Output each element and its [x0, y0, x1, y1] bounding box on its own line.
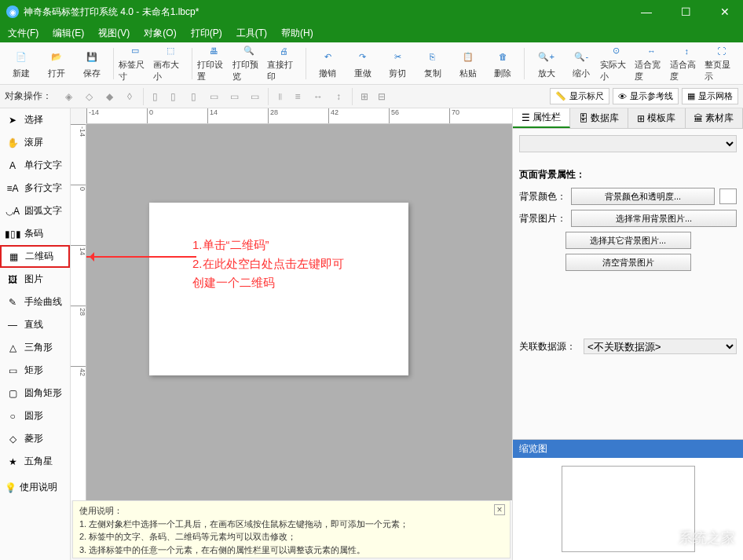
datasource-select[interactable]: <不关联数据源>: [584, 339, 737, 354]
copy-icon: ⎘: [423, 47, 442, 66]
align-right-icon[interactable]: ▯: [184, 88, 203, 105]
menu-item[interactable]: 帮助(H): [281, 27, 313, 40]
bgcolor-swatch[interactable]: [719, 188, 737, 204]
dist-v-icon[interactable]: ≡: [288, 88, 307, 105]
menu-item[interactable]: 文件(F): [8, 27, 38, 40]
layer3-icon[interactable]: ◆: [100, 88, 119, 105]
bgimg-clear-button[interactable]: 清空背景图片: [565, 254, 691, 271]
tab-0[interactable]: ☰属性栏: [513, 108, 570, 128]
textA-icon: A: [5, 159, 20, 173]
menu-item[interactable]: 工具(T): [236, 27, 267, 40]
fitpage-button[interactable]: ⛶整页显示: [705, 45, 738, 82]
properties-body: 页面背景属性： 背景颜色： 背景颜色和透明度... 背景图片： 选择常用背景图片…: [513, 129, 743, 439]
toggle-guide[interactable]: 👁显示参考线: [613, 88, 679, 104]
align-center-icon[interactable]: ▯: [163, 88, 182, 105]
props-section-title: 页面背景属性：: [519, 168, 737, 181]
object-tool-qr[interactable]: ▦二维码: [0, 245, 70, 268]
fitw-button[interactable]: ↔适合宽度: [635, 45, 668, 82]
hand-icon: ✋: [5, 136, 20, 150]
copy-button[interactable]: ⎘复制: [416, 45, 450, 82]
tab-icon: ☰: [522, 112, 530, 123]
tab-3[interactable]: 🏛素材库: [686, 108, 743, 128]
labelsize-button[interactable]: ▭标签尺寸: [119, 45, 152, 82]
print-button[interactable]: 🖨直接打印: [267, 45, 301, 82]
element-selector[interactable]: [519, 135, 737, 152]
zoomout-button[interactable]: 🔍-缩小: [565, 45, 598, 82]
object-tool-roundrect[interactable]: ▢圆角矩形: [0, 382, 70, 404]
paste-button[interactable]: 📋粘贴: [451, 45, 485, 82]
new-button[interactable]: 📄新建: [5, 45, 38, 82]
undo-icon: ↶: [318, 47, 337, 66]
cut-button[interactable]: ✂剪切: [381, 45, 415, 82]
menu-item[interactable]: 对象(O): [144, 27, 176, 40]
redo-icon: ↷: [353, 47, 372, 66]
pen-icon: ✎: [5, 295, 20, 309]
object-tool-hand[interactable]: ✋滚屏: [0, 131, 70, 154]
object-tool-textMulti[interactable]: ≡A多行文字: [0, 177, 70, 199]
canvassize-button[interactable]: ⬚画布大小: [153, 45, 187, 82]
align-middle-icon[interactable]: ▭: [225, 88, 243, 105]
maximize-button[interactable]: ☐: [674, 5, 697, 18]
same-width-icon[interactable]: ↔: [309, 88, 328, 105]
align-top-icon[interactable]: ▭: [204, 88, 223, 105]
fitw-icon: ↔: [642, 45, 661, 57]
open-button[interactable]: 📂打开: [40, 45, 74, 82]
object-tool-diamond[interactable]: ◇菱形: [0, 427, 70, 450]
save-button[interactable]: 💾保存: [75, 45, 108, 82]
menu-item[interactable]: 编辑(E): [53, 27, 84, 40]
bgimg-common-button[interactable]: 选择常用背景图片...: [571, 210, 737, 227]
preview-button[interactable]: 🔍打印预览: [232, 45, 266, 82]
hints-close-button[interactable]: ×: [494, 504, 505, 515]
object-tool-image[interactable]: 🖼图片: [0, 268, 70, 291]
toggle-grid[interactable]: ▦显示网格: [682, 88, 738, 104]
object-toolbar: ➤选择✋滚屏A单行文字≡A多行文字◡A圆弧文字▮▯▮条码▦二维码🖼图片✎手绘曲线…: [0, 108, 71, 560]
tab-2[interactable]: ⊞模板库: [628, 108, 686, 128]
menu-item[interactable]: 打印(P): [191, 27, 222, 40]
same-height-icon[interactable]: ↕: [329, 88, 348, 105]
star-icon: ★: [5, 455, 20, 469]
redo-button[interactable]: ↷重做: [346, 45, 379, 82]
object-tool-pen[interactable]: ✎手绘曲线: [0, 291, 70, 313]
undo-button[interactable]: ↶撤销: [311, 45, 345, 82]
object-tool-triangle[interactable]: △三角形: [0, 336, 70, 359]
object-tool-cursor[interactable]: ➤选择: [0, 108, 70, 131]
zoomin-button[interactable]: 🔍+放大: [529, 45, 563, 82]
bgcolor-button[interactable]: 背景颜色和透明度...: [571, 188, 715, 205]
object-tool-barcode[interactable]: ▮▯▮条码: [0, 222, 70, 245]
canvas-viewport[interactable]: 1.单击“二维码” 2.在此处空白处点击左键即可 创建一个二维码: [86, 124, 512, 500]
group-icon[interactable]: ⊞: [352, 88, 371, 105]
printset-button[interactable]: 🖶打印设置: [197, 45, 231, 82]
layer-icon[interactable]: ◈: [59, 88, 78, 105]
object-tool-star[interactable]: ★五角星: [0, 450, 70, 473]
object-tool-rect[interactable]: ▭矩形: [0, 359, 70, 382]
save-icon: 💾: [82, 47, 101, 66]
object-tool-textA[interactable]: A单行文字: [0, 154, 70, 177]
preview-panel: 缩览图: [513, 439, 743, 560]
object-tool-textArc[interactable]: ◡A圆弧文字: [0, 199, 70, 222]
fitpage-icon: ⛶: [712, 45, 731, 57]
rect-icon: ▭: [5, 364, 20, 378]
close-button[interactable]: ✕: [713, 5, 737, 18]
right-tabs: ☰属性栏🗄数据库⊞模板库🏛素材库: [513, 108, 743, 129]
hint-line-1: 1. 左侧对象栏中选择一个工具后，在画布区域按住鼠标左键拖动，即可添加一个元素；: [79, 518, 503, 531]
menu-item[interactable]: 视图(V): [98, 27, 130, 40]
object-tool-line[interactable]: —直线: [0, 313, 70, 336]
align-left-icon[interactable]: ▯: [143, 88, 162, 105]
actual-button[interactable]: ⊙实际大小: [600, 45, 634, 82]
ungroup-icon[interactable]: ⊟: [372, 88, 391, 105]
dist-h-icon[interactable]: ⫴: [268, 88, 287, 105]
layer4-icon[interactable]: ◊: [120, 88, 139, 105]
delete-button[interactable]: 🗑删除: [486, 45, 520, 82]
layer2-icon[interactable]: ◇: [79, 88, 98, 105]
label-canvas[interactable]: [149, 203, 408, 375]
toggle-ruler[interactable]: 📏显示标尺: [550, 88, 609, 104]
zoomin-icon: 🔍+: [537, 47, 556, 66]
bgimg-other-button[interactable]: 选择其它背景图片...: [565, 232, 691, 249]
minimize-button[interactable]: —: [635, 5, 658, 18]
help-button[interactable]: 💡 使用说明: [0, 478, 70, 497]
object-tool-circle[interactable]: ○圆形: [0, 404, 70, 427]
fith-button[interactable]: ↕适合高度: [670, 45, 704, 82]
tab-1[interactable]: 🗄数据库: [570, 108, 628, 128]
align-bottom-icon[interactable]: ▭: [245, 88, 264, 105]
preview-header: 缩览图: [513, 440, 743, 458]
